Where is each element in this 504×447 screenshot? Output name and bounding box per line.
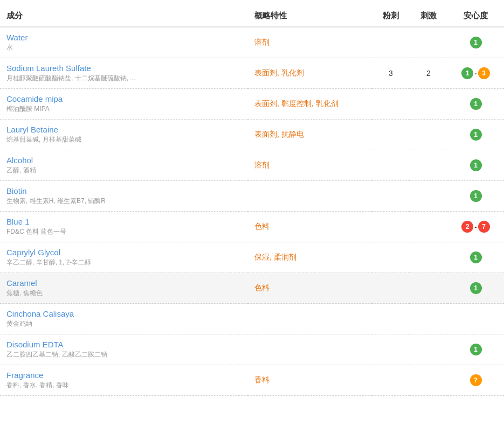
- ingredient-name[interactable]: Fragrance: [6, 371, 241, 380]
- ingredient-alias: FD&C 色料 蓝色一号: [6, 227, 241, 236]
- ingredient-cell: Blue 1FD&C 色料 蓝色一号: [0, 212, 248, 242]
- safety-badge: 1: [470, 129, 482, 141]
- property-cell: 色料: [248, 212, 372, 242]
- header-property: 概略特性: [248, 5, 372, 27]
- property-cell: 表面剂, 乳化剂: [248, 58, 372, 89]
- irritation-cell: [410, 27, 447, 58]
- safety-cell: 1: [447, 120, 504, 150]
- property-cell: [248, 304, 372, 334]
- property-cell: [248, 334, 372, 365]
- ingredient-cell: Caramel焦糖, 焦糖色: [0, 273, 248, 304]
- property-cell: 香料: [248, 365, 372, 396]
- ingredient-name[interactable]: Lauryl Betaine: [6, 125, 241, 134]
- ingredient-alias: 水: [6, 43, 241, 52]
- property-text: 色料: [254, 283, 270, 292]
- safety-badge: 1: [470, 37, 482, 48]
- safety-badge: 1: [470, 159, 482, 171]
- safety-badge-group: 1: [470, 159, 482, 171]
- safety-cell: 1: [447, 27, 504, 58]
- safety-badge: ?: [470, 374, 482, 386]
- property-cell: 表面剂, 黏度控制, 乳化剂: [248, 89, 372, 120]
- acne-cell: [372, 212, 410, 242]
- safety-badge: 1: [470, 190, 482, 202]
- safety-badge-group: 1: [470, 190, 482, 202]
- ingredient-cell: Cocamide mipa椰油酰胺 MIPA: [0, 89, 248, 120]
- safety-cell: 1: [447, 242, 504, 273]
- property-text: 香料: [254, 375, 270, 384]
- safety-cell: 1: [447, 273, 504, 304]
- ingredient-name[interactable]: Cinchona Calisaya: [6, 309, 241, 318]
- safety-cell: ?: [447, 365, 504, 396]
- property-text: 保湿, 柔润剂: [254, 253, 296, 261]
- ingredient-name[interactable]: Sodium Laureth Sulfate: [6, 64, 241, 73]
- property-text: 色料: [254, 222, 270, 231]
- irritation-cell: [410, 89, 447, 120]
- acne-cell: 3: [372, 58, 410, 89]
- acne-cell: [372, 304, 410, 334]
- safety-badge: 1: [470, 344, 482, 355]
- property-text: 表面剂, 乳化剂: [254, 68, 304, 77]
- ingredient-cell: Fragrance香料, 香水, 香精, 香味: [0, 365, 248, 396]
- property-cell: 溶剂: [248, 27, 372, 58]
- ingredient-alias: 黄金鸡纳: [6, 319, 241, 329]
- table-row: Sodium Laureth Sulfate月桂醇聚醚硫酸酯钠盐, 十二烷基醚硫…: [0, 58, 504, 89]
- table-row: Cinchona Calisaya黄金鸡纳: [0, 304, 504, 334]
- ingredient-alias: 焦糖, 焦糖色: [6, 289, 241, 298]
- safety-badge-group: 1: [470, 282, 482, 294]
- safety-badge-group: 1: [470, 37, 482, 48]
- property-cell: 色料: [248, 273, 372, 304]
- irritation-cell: [410, 120, 447, 150]
- safety-badge-group: ?: [470, 374, 482, 386]
- acne-cell: [372, 27, 410, 58]
- header-acne: 粉刺: [372, 5, 410, 27]
- property-text: 表面剂, 黏度控制, 乳化剂: [254, 99, 339, 108]
- ingredient-alias: 辛乙二醇, 辛甘醇, 1, 2-辛二醇: [6, 258, 241, 267]
- ingredient-table: 成分 概略特性 粉刺 刺激 安心度 Water水溶剂1Sodium Lauret…: [0, 5, 504, 396]
- table-row: Lauryl Betaine烷基甜菜碱, 月桂基甜菜碱表面剂, 抗静电1: [0, 120, 504, 150]
- table-row: Caprylyl Glycol辛乙二醇, 辛甘醇, 1, 2-辛二醇保湿, 柔润…: [0, 242, 504, 273]
- safety-cell: 1: [447, 89, 504, 120]
- badge-dash: -: [474, 69, 477, 78]
- ingredient-cell: Sodium Laureth Sulfate月桂醇聚醚硫酸酯钠盐, 十二烷基醚硫…: [0, 58, 248, 89]
- safety-badge: 7: [478, 221, 490, 233]
- ingredient-alias: 生物素, 维生素H, 维生素B7, 辅酶R: [6, 197, 241, 206]
- table-row: Alcohol乙醇, 酒精溶剂1: [0, 150, 504, 181]
- safety-badge-group: 1: [470, 344, 482, 355]
- safety-badge: 1: [470, 252, 482, 263]
- ingredient-name[interactable]: Biotin: [6, 186, 241, 195]
- acne-cell: [372, 181, 410, 212]
- ingredient-name[interactable]: Caprylyl Glycol: [6, 248, 241, 257]
- ingredient-cell: Caprylyl Glycol辛乙二醇, 辛甘醇, 1, 2-辛二醇: [0, 242, 248, 273]
- safety-badge-group: 1-3: [461, 67, 489, 79]
- acne-cell: [372, 120, 410, 150]
- safety-cell: 1: [447, 181, 504, 212]
- irritation-cell: [410, 334, 447, 365]
- ingredient-name[interactable]: Disodium EDTA: [6, 340, 241, 349]
- table-row: Water水溶剂1: [0, 27, 504, 58]
- ingredient-name[interactable]: Blue 1: [6, 217, 241, 226]
- table-row: Fragrance香料, 香水, 香精, 香味香料?: [0, 365, 504, 396]
- ingredient-table-container: 成分 概略特性 粉刺 刺激 安心度 Water水溶剂1Sodium Lauret…: [0, 0, 504, 401]
- property-cell: 保湿, 柔润剂: [248, 242, 372, 273]
- ingredient-name[interactable]: Water: [6, 33, 241, 42]
- table-row: Cocamide mipa椰油酰胺 MIPA表面剂, 黏度控制, 乳化剂1: [0, 89, 504, 120]
- irritation-cell: [410, 212, 447, 242]
- ingredient-alias: 椰油酰胺 MIPA: [6, 104, 241, 114]
- ingredient-cell: Alcohol乙醇, 酒精: [0, 150, 248, 181]
- safety-cell: 1: [447, 150, 504, 181]
- irritation-cell: [410, 365, 447, 396]
- safety-badge-group: 1: [470, 98, 482, 110]
- safety-badge: 1: [470, 282, 482, 294]
- ingredient-alias: 香料, 香水, 香精, 香味: [6, 381, 241, 390]
- irritation-cell: [410, 304, 447, 334]
- ingredient-name[interactable]: Caramel: [6, 278, 241, 288]
- ingredient-name[interactable]: Cocamide mipa: [6, 94, 241, 103]
- table-row: Biotin生物素, 维生素H, 维生素B7, 辅酶R1: [0, 181, 504, 212]
- ingredient-name[interactable]: Alcohol: [6, 156, 241, 165]
- ingredient-cell: Cinchona Calisaya黄金鸡纳: [0, 304, 248, 334]
- irritation-cell: [410, 150, 447, 181]
- irritation-cell: [410, 242, 447, 273]
- table-row: Disodium EDTA乙二胺四乙基二钠, 乙酸乙二胺二钠1: [0, 334, 504, 365]
- safety-badge-group: 1: [470, 129, 482, 141]
- irritation-cell: 2: [410, 58, 447, 89]
